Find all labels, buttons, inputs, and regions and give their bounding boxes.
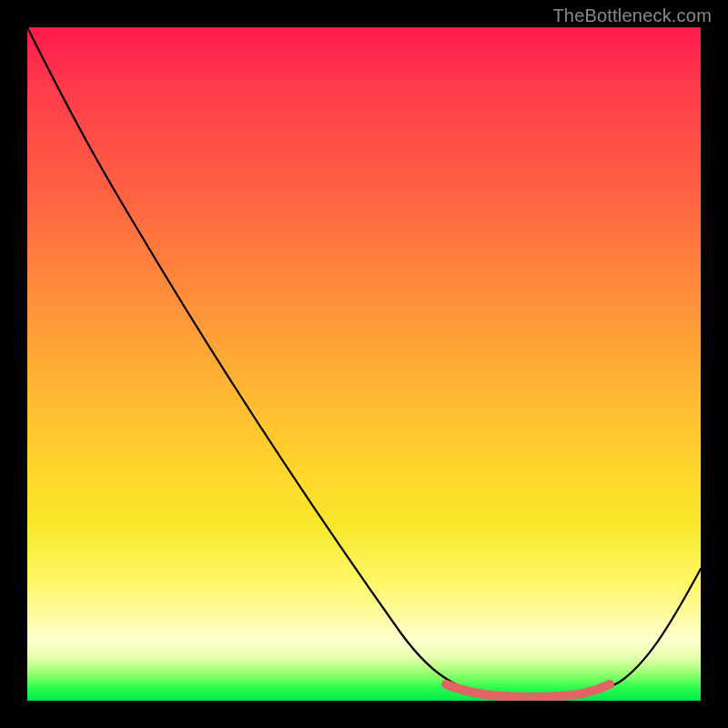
attribution-text: TheBottleneck.com [552, 5, 712, 26]
plot-area [27, 27, 701, 701]
chart-wrapper: TheBottleneck.com [0, 0, 728, 728]
bottleneck-curve [27, 27, 701, 696]
optimal-range-highlight [446, 684, 610, 697]
curve-svg [27, 27, 701, 701]
